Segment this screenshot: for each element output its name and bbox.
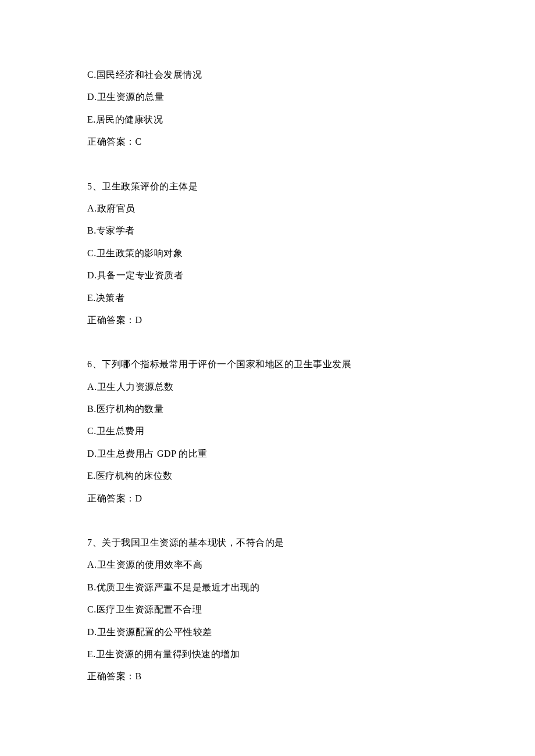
option-text: 专家学者: [97, 225, 135, 235]
option-letter: A: [87, 382, 94, 392]
option-text: 卫生总费用占 GDP 的比重: [97, 449, 208, 458]
question-text: 卫生政策评价的主体是: [102, 181, 198, 191]
option-text: 卫生资源配置的公平性较差: [97, 627, 212, 637]
option-line: C.医疗卫生资源配置不合理: [87, 599, 448, 621]
option-text: 卫生人力资源总数: [97, 382, 174, 392]
option-letter: E: [87, 649, 93, 659]
answer-line: 正确答案：D: [87, 309, 448, 331]
option-text: 卫生政策的影响对象: [97, 248, 183, 258]
option-letter: B: [87, 582, 94, 592]
option-text: 卫生资源的拥有量得到快速的增加: [96, 649, 240, 659]
option-text: 决策者: [96, 293, 125, 303]
option-line: C.国民经济和社会发展情况: [87, 64, 448, 86]
option-line: C.卫生总费用: [87, 420, 448, 442]
partial-question-block: C.国民经济和社会发展情况 D.卫生资源的总量 E.居民的健康状况 正确答案：C: [87, 64, 448, 153]
option-line: E.卫生资源的拥有量得到快速的增加: [87, 643, 448, 665]
option-line: E.居民的健康状况: [87, 109, 448, 131]
option-text: 优质卫生资源严重不足是最近才出现的: [97, 582, 260, 592]
question-number: 7、: [87, 538, 102, 547]
option-line: C.卫生政策的影响对象: [87, 242, 448, 264]
option-text: 居民的健康状况: [96, 114, 163, 124]
option-letter: B: [87, 225, 94, 235]
answer-line: 正确答案：B: [87, 665, 448, 687]
option-letter: E: [87, 471, 93, 481]
option-line: B.专家学者: [87, 220, 448, 242]
option-letter: D: [87, 92, 94, 102]
option-line: B.优质卫生资源严重不足是最近才出现的: [87, 576, 448, 599]
question-stem: 6、下列哪个指标最常用于评价一个国家和地区的卫生事业发展: [87, 353, 448, 375]
option-letter: E: [87, 293, 93, 303]
option-letter: D: [87, 627, 94, 637]
option-text: 医疗机构的数量: [97, 404, 164, 414]
option-text: 政府官员: [97, 203, 135, 213]
option-line: D.卫生资源的总量: [87, 86, 448, 108]
answer-value: B: [135, 671, 142, 681]
option-letter: D: [87, 270, 94, 280]
question-text: 关于我国卫生资源的基本现状，不符合的是: [102, 538, 284, 547]
option-letter: C: [87, 248, 94, 258]
option-line: D.卫生资源配置的公平性较差: [87, 621, 448, 643]
answer-label: 正确答案：: [87, 493, 135, 503]
answer-value: C: [135, 137, 142, 146]
answer-label: 正确答案：: [87, 137, 135, 146]
question-block-5: 5、卫生政策评价的主体是 A.政府官员 B.专家学者 C.卫生政策的影响对象 D…: [87, 175, 448, 332]
option-line: E.医疗机构的床位数: [87, 465, 448, 487]
option-line: E.决策者: [87, 287, 448, 309]
question-block-6: 6、下列哪个指标最常用于评价一个国家和地区的卫生事业发展 A.卫生人力资源总数 …: [87, 353, 448, 510]
option-letter: C: [87, 604, 94, 614]
option-line: D.卫生总费用占 GDP 的比重: [87, 443, 448, 465]
option-line: A.卫生人力资源总数: [87, 376, 448, 398]
question-text: 下列哪个指标最常用于评价一个国家和地区的卫生事业发展: [102, 359, 351, 369]
option-text: 国民经济和社会发展情况: [97, 70, 202, 80]
question-stem: 7、关于我国卫生资源的基本现状，不符合的是: [87, 532, 448, 554]
option-letter: C: [87, 426, 94, 436]
option-text: 具备一定专业资质者: [97, 270, 184, 280]
answer-line: 正确答案：D: [87, 488, 448, 510]
question-number: 6、: [87, 359, 102, 369]
option-text: 卫生资源的总量: [97, 92, 165, 102]
option-letter: E: [87, 114, 93, 124]
option-line: A.政府官员: [87, 198, 448, 220]
answer-label: 正确答案：: [87, 671, 135, 681]
option-text: 卫生总费用: [97, 426, 145, 436]
answer-line: 正确答案：C: [87, 131, 448, 153]
option-line: D.具备一定专业资质者: [87, 264, 448, 286]
option-text: 医疗机构的床位数: [96, 471, 173, 481]
answer-value: D: [135, 315, 142, 325]
answer-label: 正确答案：: [87, 315, 135, 325]
option-letter: A: [87, 203, 94, 213]
option-letter: B: [87, 404, 94, 414]
option-letter: D: [87, 449, 94, 458]
question-number: 5、: [87, 181, 102, 191]
option-line: B.医疗机构的数量: [87, 398, 448, 420]
answer-value: D: [135, 493, 142, 503]
option-letter: C: [87, 70, 94, 80]
question-block-7: 7、关于我国卫生资源的基本现状，不符合的是 A.卫生资源的使用效率不高 B.优质…: [87, 532, 448, 688]
question-stem: 5、卫生政策评价的主体是: [87, 175, 448, 198]
option-letter: A: [87, 560, 94, 569]
option-text: 卫生资源的使用效率不高: [97, 560, 203, 569]
option-text: 医疗卫生资源配置不合理: [97, 604, 202, 614]
option-line: A.卫生资源的使用效率不高: [87, 554, 448, 576]
